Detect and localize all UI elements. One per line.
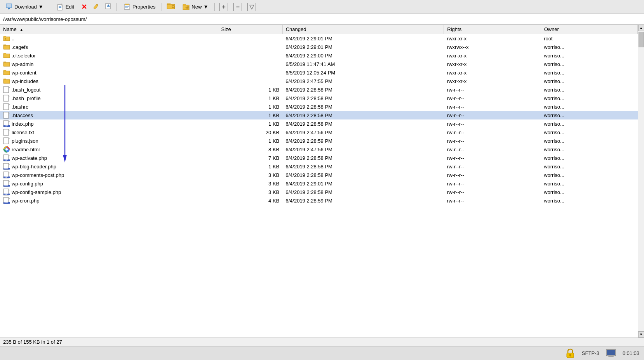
scrollbar-track[interactable]: ▲ ▼	[638, 25, 644, 338]
file-changed-cell: 6/4/2019 2:47:56 PM	[282, 145, 444, 154]
file-size-cell: 1 KB	[218, 137, 282, 145]
col-header-name[interactable]: Name ▲	[0, 25, 218, 34]
col-header-changed[interactable]: Changed	[282, 25, 444, 34]
file-name-cell: plugins.json	[0, 137, 218, 145]
scrollbar-up[interactable]: ▲	[638, 25, 644, 31]
col-header-size[interactable]: Size	[218, 25, 282, 34]
sep-4	[214, 3, 215, 11]
table-row[interactable]: PHPwp-config.php3 KB6/4/2019 2:29:01 PMr…	[0, 179, 638, 188]
table-row[interactable]: PHPwp-config-sample.php3 KB6/4/2019 2:28…	[0, 188, 638, 196]
file-name-text: .cagefs	[12, 44, 28, 50]
table-row[interactable]: PHPwp-activate.php7 KB6/4/2019 2:28:58 P…	[0, 154, 638, 162]
folder-icon	[3, 69, 10, 76]
rename-icon	[92, 3, 99, 11]
file-name-text: wp-comments-post.php	[12, 172, 64, 178]
file-owner-cell: worriso...	[541, 102, 637, 111]
svg-rect-3	[8, 8, 10, 9]
table-row[interactable]: ↑..6/4/2019 2:29:01 PMrwxr-xr-xroot	[0, 34, 638, 43]
table-row[interactable]: PHPwp-comments-post.php3 KB6/4/2019 2:28…	[0, 171, 638, 179]
table-row[interactable]: .bash_profile1 KB6/4/2019 2:28:58 PMrw-r…	[0, 94, 638, 102]
table-row[interactable]: .bashrc1 KB6/4/2019 2:28:58 PMrw-r--r--w…	[0, 102, 638, 111]
remove-button[interactable]: −	[231, 1, 244, 13]
svg-marker-47	[9, 138, 10, 139]
col-header-rights[interactable]: Rights	[444, 25, 541, 34]
table-row[interactable]: wp-includes6/4/2019 2:47:55 PMrwxr-xr-xw…	[0, 77, 638, 85]
svg-marker-70	[9, 180, 10, 182]
file-name-text: wp-config-sample.php	[12, 189, 61, 195]
file-icon	[3, 112, 10, 119]
bottom-bar: SFTP-3 0:01:03	[0, 346, 644, 360]
file-rights-cell: rwxrwx--x	[444, 43, 541, 51]
filter-button[interactable]: ▽	[245, 1, 258, 13]
status-bar: 235 B of 155 KB in 1 of 27	[0, 338, 644, 346]
php-icon: PHP	[3, 189, 10, 196]
properties-button[interactable]: Properties	[120, 2, 159, 12]
table-row[interactable]: plugins.json1 KB6/4/2019 2:28:59 PMrw-r-…	[0, 137, 638, 145]
move-up-icon	[105, 3, 112, 11]
svg-text:PHP: PHP	[4, 125, 8, 127]
table-row[interactable]: .bash_logout1 KB6/4/2019 2:28:58 PMrw-r-…	[0, 85, 638, 94]
table-row[interactable]: .cagefs6/4/2019 2:29:01 PMrwxrwx--xworri…	[0, 43, 638, 51]
file-owner-cell: worriso...	[541, 145, 637, 154]
file-name-text: .cl.selector	[12, 53, 36, 59]
file-size-cell	[218, 43, 282, 51]
svg-text:PHP: PHP	[4, 184, 8, 187]
svg-text:PHP: PHP	[4, 201, 8, 204]
table-row[interactable]: .htaccess1 KB6/4/2019 2:28:58 PMrw-r--r-…	[0, 111, 638, 119]
table-row[interactable]: .cl.selector6/4/2019 2:29:00 PMrwxr-xr-x…	[0, 51, 638, 60]
delete-button[interactable]: ✕	[79, 2, 89, 12]
file-owner-cell: worriso...	[541, 68, 637, 77]
table-row[interactable]: license.txt20 KB6/4/2019 2:47:56 PMrw-r-…	[0, 128, 638, 137]
file-name-cell: .cagefs	[0, 43, 218, 51]
table-row[interactable]: PHPwp-cron.php4 KB6/4/2019 2:28:59 PMrw-…	[0, 196, 638, 205]
toolbar: Download ▼ Edit ✕	[0, 0, 644, 14]
file-rights-cell: rw-r--r--	[444, 179, 541, 188]
current-path: /var/www/public/worrisome-opossum/	[3, 16, 87, 22]
file-name-text: .bash_logout	[12, 87, 40, 93]
add-button[interactable]: +	[218, 1, 230, 13]
file-icon	[3, 86, 10, 93]
file-size-cell	[218, 60, 282, 68]
file-list-container[interactable]: Name ▲ Size Changed Rights Owner	[0, 25, 638, 338]
scrollbar-down[interactable]: ▼	[638, 331, 644, 338]
file-name-cell: .bashrc	[0, 102, 218, 111]
svg-text:PHP: PHP	[4, 159, 8, 161]
table-row[interactable]: wp-admin6/5/2019 11:47:41 AMrwxr-xr-xwor…	[0, 60, 638, 68]
file-name-text: .bash_profile	[12, 95, 40, 101]
file-size-cell: 4 KB	[218, 196, 282, 205]
timer-label: 0:01:03	[623, 350, 639, 356]
delete-icon: ✕	[81, 3, 87, 10]
svg-rect-24	[3, 87, 9, 93]
file-rights-cell: rw-r--r--	[444, 162, 541, 171]
monitor-icon-button[interactable]	[606, 348, 616, 359]
file-owner-cell: worriso...	[541, 77, 637, 85]
table-row[interactable]: readme.html8 KB6/4/2019 2:47:56 PMrw-r--…	[0, 145, 638, 154]
path-bar: /var/www/public/worrisome-opossum/	[0, 14, 644, 25]
lock-icon-button[interactable]	[565, 348, 576, 359]
move-up-button[interactable]	[103, 1, 114, 12]
folder-button[interactable]	[165, 1, 177, 12]
scrollbar-thumb[interactable]	[639, 32, 644, 47]
table-row[interactable]: PHPindex.php1 KB6/4/2019 2:28:58 PMrw-r-…	[0, 119, 638, 128]
svg-rect-13	[127, 4, 129, 5]
file-name-cell: PHPwp-comments-post.php	[0, 171, 218, 179]
edit-button[interactable]: Edit	[53, 2, 78, 12]
col-header-owner[interactable]: Owner	[541, 25, 637, 34]
new-button[interactable]: New ▼	[179, 2, 212, 12]
file-size-cell: 3 KB	[218, 171, 282, 179]
edit-icon	[56, 3, 64, 11]
sep-2	[117, 3, 117, 11]
file-size-cell	[218, 68, 282, 77]
download-label: Download	[14, 4, 37, 10]
file-changed-cell: 6/4/2019 2:47:56 PM	[282, 128, 444, 137]
properties-label: Properties	[132, 4, 155, 10]
svg-rect-30	[3, 104, 9, 110]
rename-button[interactable]	[91, 1, 101, 12]
file-name-text: wp-admin	[12, 61, 33, 67]
file-icon	[3, 95, 10, 102]
table-row[interactable]: wp-content6/5/2019 12:05:24 PMrwxr-xr-xw…	[0, 68, 638, 77]
file-name-cell: wp-admin	[0, 60, 218, 68]
file-rights-cell: rwxr-xr-x	[444, 34, 541, 43]
download-button[interactable]: Download ▼	[2, 2, 47, 12]
table-row[interactable]: PHPwp-blog-header.php1 KB6/4/2019 2:28:5…	[0, 162, 638, 171]
